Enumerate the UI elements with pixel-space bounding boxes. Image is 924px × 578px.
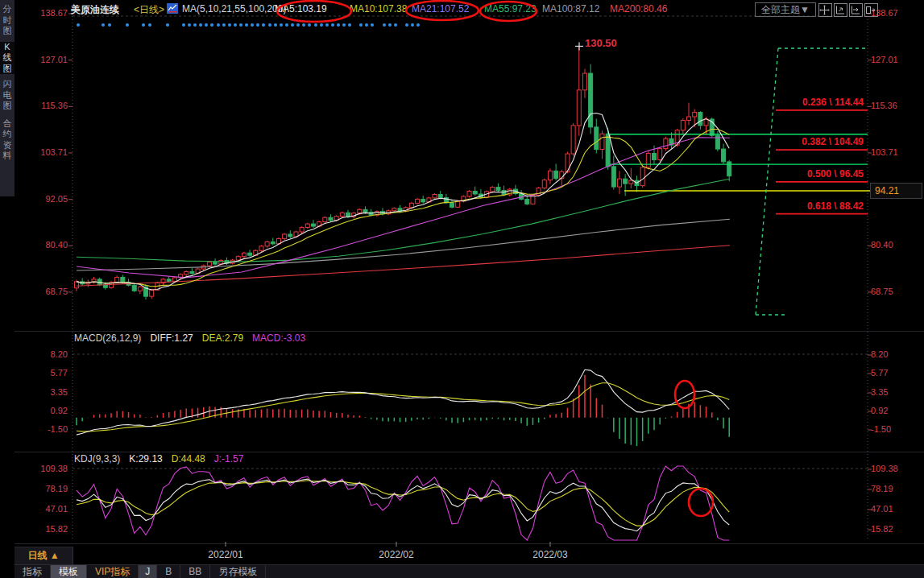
- ma-value-ma10: MA10:107.38: [350, 3, 407, 14]
- chart-canvas[interactable]: [0, 0, 924, 578]
- date-label: 2022/03: [524, 549, 576, 560]
- chart-app: 138.67138.67127.01127.01115.36115.36103.…: [0, 0, 924, 578]
- ma-value-ma200: MA200:80.46: [610, 3, 667, 14]
- chart-type-icon: [167, 3, 178, 16]
- macd-legend: MACD(26,12,9) DIFF:1.27 DEA:2.79 MACD:-3…: [74, 332, 305, 344]
- ma-params-label: MA(5,10,21,55,100,200): [182, 3, 286, 14]
- tabs-filler: [266, 565, 924, 578]
- sidebar-item-3[interactable]: 闪 电 图: [0, 79, 15, 112]
- kdj-k-value: K:29.13: [129, 453, 162, 464]
- chevron-up-icon: ▲: [50, 550, 60, 561]
- tab-B[interactable]: B: [157, 565, 180, 578]
- all-themes-dropdown[interactable]: 全部主题▼: [755, 2, 816, 17]
- kdj-d-value: D:44.48: [172, 453, 205, 464]
- tab-VIP指标[interactable]: VIP指标: [87, 565, 139, 578]
- sidebar-item-4[interactable]: 合 约 资 料: [0, 118, 15, 162]
- bottom-tabs-bar: 指标模板VIP指标JBBB另存模板: [15, 564, 924, 578]
- high-price-label: 130.50: [585, 37, 617, 49]
- price-tag: 94.21: [870, 183, 922, 199]
- kdj-params-label: KDJ(9,3,3): [74, 453, 120, 464]
- tab-模板[interactable]: 模板: [51, 565, 87, 578]
- ma-value-ma100: MA100:87.12: [542, 3, 599, 14]
- instrument-title: 美原油连续: [71, 3, 119, 17]
- kdj-j-value: J:-1.57: [214, 453, 244, 464]
- x-scale-icon[interactable]: [849, 3, 863, 17]
- timeline-bar: 日线 ▲ 2022/012022/022022/03: [0, 546, 924, 564]
- date-label: 2022/01: [200, 549, 251, 560]
- sidebar-item-2[interactable]: K 线 图: [0, 42, 15, 75]
- period-tag[interactable]: <日线>: [134, 3, 164, 17]
- ma-value-ma21: MA21:107.52: [412, 3, 469, 14]
- tab-指标[interactable]: 指标: [15, 565, 51, 578]
- tab-另存模板[interactable]: 另存模板: [210, 565, 266, 578]
- ma-value-ma55: MA55:97.23: [484, 3, 537, 14]
- ma-value-ma5: MA5:103.19: [275, 3, 327, 14]
- left-sidebar: 分 时 图K 线 图闪 电 图合 约 资 料: [0, 0, 15, 196]
- y-scale-icon[interactable]: [834, 3, 847, 17]
- kdj-legend: KDJ(9,3,3) K:29.13 D:44.48 J:-1.57: [74, 453, 243, 464]
- macd-diff-value: DIFF:1.27: [150, 332, 193, 344]
- date-label: 2022/02: [371, 549, 422, 560]
- tab-BB[interactable]: BB: [180, 565, 210, 578]
- period-selector[interactable]: 日线 ▲: [15, 547, 73, 564]
- detach-icon[interactable]: [864, 3, 878, 17]
- macd-dea-value: DEA:2.79: [202, 332, 243, 344]
- tab-J[interactable]: J: [139, 565, 157, 578]
- pan-icon[interactable]: [818, 3, 832, 17]
- macd-macd-value: MACD:-3.03: [252, 332, 305, 344]
- macd-params-label: MACD(26,12,9): [74, 332, 141, 344]
